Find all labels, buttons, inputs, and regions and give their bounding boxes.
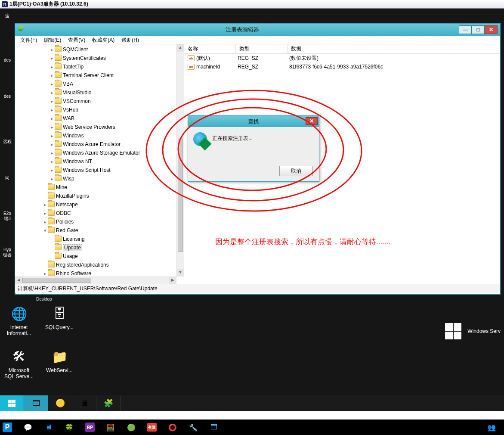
menu-file[interactable]: 文件(F) — [17, 36, 40, 44]
menu-edit[interactable]: 编辑(E) — [40, 36, 65, 44]
left-icon-4[interactable]: 同 — [0, 175, 15, 201]
close-button[interactable]: ✕ — [485, 25, 498, 34]
tree-item[interactable]: ▸Windows Azure Emulator — [49, 140, 184, 149]
tree-item[interactable]: ▸Terminal Server Client — [49, 71, 184, 80]
tree-item[interactable]: ▸VSCommon — [49, 97, 184, 106]
remote-title: 1层(PC1)-OA3服务器 (10.10.32.6) — [9, 0, 88, 8]
remote-app-icon: R — [2, 1, 8, 7]
left-icon-3[interactable]: 远程 — [0, 139, 15, 165]
tree-item[interactable]: ▸Wisp — [49, 174, 184, 183]
regedit-app-icon: 🧩 — [18, 26, 25, 34]
host-taskbar[interactable]: P 💬 🖥 🍀 RP 🧮 🟢 有道 ⭕ 🔧 🗔 👥 — [0, 419, 504, 435]
cancel-button[interactable]: 取消 — [279, 166, 313, 176]
taskbar-teamviewer-icon[interactable]: ⭕ — [168, 423, 177, 432]
col-name[interactable]: 名称 — [184, 44, 236, 53]
tree-item[interactable]: ▸VsHub — [49, 106, 184, 114]
scroll-down-icon[interactable]: ▼ — [177, 269, 184, 277]
gap — [0, 411, 504, 419]
left-icon-6[interactable]: Hyp 理器 — [0, 247, 15, 273]
registry-tree[interactable]: ▸SQMClient▸SystemCertificates▸TabletTip▸… — [15, 44, 184, 284]
taskbar-server-manager[interactable]: 🗔 — [24, 395, 48, 411]
find-dialog-close-button[interactable]: ✕ — [306, 117, 318, 125]
tree-item[interactable]: ▸SQMClient — [49, 45, 184, 54]
taskbar-tool-icon[interactable]: 🔧 — [189, 423, 198, 432]
tree-item[interactable]: ▸ODBC — [43, 209, 184, 218]
windows-server-branding: Windows Serv — [445, 323, 501, 339]
desktop-icons-row1: 🌐Internet Informati... 🗄SQLQuery... — [3, 304, 75, 336]
start-button[interactable] — [0, 395, 24, 411]
string-value-icon: ab — [188, 55, 195, 61]
list-header[interactable]: 名称 类型 数据 — [184, 44, 500, 54]
left-icon-2[interactable]: des — [0, 94, 15, 120]
tree-item[interactable]: ▸Windows Azure Storage Emulator — [49, 149, 184, 157]
icon-webservice[interactable]: 📁WebServi... — [44, 347, 75, 379]
menu-help[interactable]: 帮助(H) — [118, 36, 142, 44]
menu-view[interactable]: 查看(V) — [65, 36, 89, 44]
regedit-titlebar[interactable]: 🧩 注册表编辑器 — □ ✕ — [15, 24, 500, 36]
taskbar-calculator-icon[interactable]: 🧮 — [106, 423, 115, 432]
col-data[interactable]: 数据 — [288, 44, 500, 53]
windows-logo-icon — [445, 323, 461, 339]
tree-item-redgate[interactable]: ▾Red Gate — [43, 226, 184, 235]
taskbar-regedit[interactable]: 🧩 — [96, 395, 121, 411]
taskbar-rp-icon[interactable]: RP — [85, 423, 95, 432]
tree-vscroll[interactable]: ▲ ▼ — [176, 44, 184, 277]
taskbar-browser[interactable]: 🟡 — [48, 395, 72, 411]
annotation-text: 因为是整个注册表搜索，所以有点慢，请耐心等待....... — [215, 237, 390, 247]
icon-mssql[interactable]: 🛠Microsoft SQL Serve... — [3, 347, 34, 379]
regedit-statusbar: 计算机\HKEY_CURRENT_USER\Software\Red Gate\… — [15, 284, 500, 293]
menu-fav[interactable]: 收藏夹(A) — [89, 36, 118, 44]
taskbar-youdao-icon[interactable]: 有道 — [147, 423, 157, 432]
find-dialog-titlebar[interactable]: 查找 ✕ — [188, 116, 319, 127]
taskbar-clover-icon[interactable]: 🍀 — [65, 423, 74, 432]
tree-item[interactable]: ▸Windows NT — [49, 157, 184, 166]
taskbar-qbrowser-icon[interactable]: 🟢 — [127, 423, 136, 432]
desktop-label: Desktop — [36, 297, 52, 301]
tree-item[interactable]: Mine — [43, 183, 184, 192]
tree-item[interactable]: Usage — [49, 252, 184, 261]
searching-icon — [193, 132, 207, 146]
left-icon-5[interactable]: E2o 端3 — [0, 211, 15, 237]
scroll-left-icon[interactable]: ◀ — [15, 277, 22, 284]
left-icon-1[interactable]: des — [0, 58, 15, 84]
tree-hscroll[interactable]: ◀ ▶ — [15, 277, 176, 284]
tree-item[interactable]: MozillaPlugins — [43, 192, 184, 200]
scroll-right-icon[interactable]: ▶ — [169, 277, 176, 284]
left-icon-0[interactable]: 这 — [0, 13, 15, 39]
hscroll-thumb[interactable] — [22, 278, 91, 283]
taskbar-p-icon[interactable]: P — [3, 423, 12, 432]
tree-item[interactable]: ▸SystemCertificates — [49, 54, 184, 62]
maximize-button[interactable]: □ — [472, 25, 485, 34]
list-row[interactable]: abmachineIdREG_SZ81f63773-f6c6-4a51-9933… — [184, 62, 500, 71]
tree-item[interactable]: ▸Web Service Providers — [49, 123, 184, 131]
list-row[interactable]: ab(默认)REG_SZ(数值未设置) — [184, 54, 500, 62]
tree-item[interactable]: ▸VBA — [49, 80, 184, 88]
taskbar-monitor-icon[interactable]: 🖥 — [44, 423, 53, 432]
icon-sqlquery[interactable]: 🗄SQLQuery... — [44, 304, 75, 336]
tree-item[interactable]: Licensing — [49, 235, 184, 243]
icon-iis[interactable]: 🌐Internet Informati... — [3, 304, 34, 336]
taskbar-chat-icon[interactable]: 💬 — [23, 423, 33, 432]
tree-item[interactable]: RegisteredApplications — [43, 261, 184, 269]
find-dialog-message: 正在搜索注册表... — [212, 135, 253, 142]
desktop-left-icons: 这 des des 远程 同 E2o 端3 Hyp 理器 — [0, 13, 15, 273]
server-desktop: 这 des des 远程 同 E2o 端3 Hyp 理器 Desktop 🧩 注… — [0, 9, 504, 411]
find-dialog: 查找 ✕ 正在搜索注册表... 取消 — [188, 115, 319, 182]
server-taskbar[interactable]: 🗔 🟡 🖥 🧩 — [0, 395, 504, 411]
col-type[interactable]: 类型 — [236, 44, 288, 53]
find-dialog-title: 查找 — [248, 118, 259, 125]
minimize-button[interactable]: — — [459, 25, 472, 34]
taskbar-window-icon[interactable]: 🗔 — [209, 423, 219, 432]
tree-item[interactable]: ▸WAB — [49, 114, 184, 123]
tree-item[interactable]: Update — [49, 243, 184, 252]
tree-item[interactable]: ▸VisualStudio — [49, 88, 184, 97]
taskbar-people-icon[interactable]: 👥 — [487, 423, 496, 432]
tree-item[interactable]: ▸TabletTip — [49, 62, 184, 71]
tree-item[interactable]: ▸Policies — [43, 218, 184, 226]
taskbar-control-panel[interactable]: 🖥 — [72, 395, 96, 411]
tree-item[interactable]: ▸Windows — [49, 131, 184, 140]
scroll-up-icon[interactable]: ▲ — [177, 44, 184, 52]
scroll-thumb[interactable] — [178, 138, 183, 252]
tree-item[interactable]: ▸Windows Script Host — [49, 166, 184, 174]
tree-item[interactable]: ▸Netscape — [43, 200, 184, 209]
